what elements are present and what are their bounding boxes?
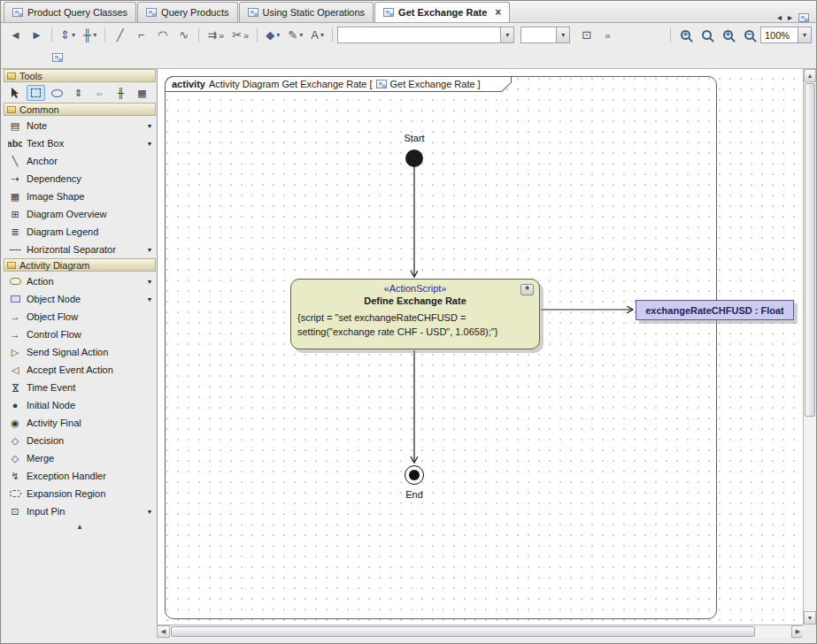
chevron-down-icon: ▾ [299, 31, 303, 39]
align-tool-button[interactable]: ╫▾ [80, 26, 100, 44]
zoom-fit-button[interactable]: + [718, 26, 738, 44]
frame-header[interactable]: activity Activity Diagram Get Exchange R… [165, 76, 512, 92]
action-script-line2: setting("exchange rate CHF - USD", 1.065… [297, 325, 533, 339]
palette-item-diagram-overview[interactable]: ⊞ Diagram Overview [4, 205, 156, 223]
vertical-scrollbar[interactable]: ▲ ▼ [803, 69, 816, 625]
pencil-icon: ✎ [288, 28, 297, 42]
forward-button[interactable]: ► [27, 26, 47, 44]
chevron-down-icon[interactable]: ▾ [148, 278, 153, 286]
palette-item-input-pin[interactable]: ⊡ Input Pin ▾ [4, 502, 156, 520]
palette-item-image-shape[interactable]: ▦ Image Shape [4, 188, 156, 205]
chevron-down-icon[interactable]: ▾ [556, 27, 569, 42]
palette-item-initial-node[interactable]: ● Initial Node [4, 396, 156, 414]
spline-path-button[interactable]: ∿ [173, 26, 194, 44]
zoom-out-button[interactable]: − [739, 26, 759, 44]
cut-tool-button[interactable]: ✂» [228, 26, 252, 44]
chevron-down-icon[interactable]: ▾ [148, 246, 153, 254]
tab-using-static-operations[interactable]: Using Static Operations [239, 2, 374, 22]
object-flow-icon: → [8, 311, 22, 322]
palette-item-action[interactable]: Action ▾ [4, 272, 156, 290]
diagram-overview-icon: ⊞ [8, 209, 22, 220]
activity-diagram-icon [383, 8, 394, 17]
activity-final-node[interactable] [405, 465, 424, 485]
back-button[interactable]: ◄ [5, 26, 26, 44]
close-tab-icon[interactable]: × [495, 7, 501, 18]
palette-item-horizontal-separator[interactable]: ╌╌ Horizontal Separator ▾ [4, 241, 156, 258]
chevron-down-icon[interactable]: ▾ [148, 140, 153, 148]
zoom-level-combobox[interactable]: 100% ▾ [760, 27, 812, 43]
palette-item-time-event[interactable]: ⋈ Time Event [4, 379, 156, 396]
align-horizontal-button[interactable]: ⇔ [90, 85, 109, 101]
vertical-scrollbar-thumb[interactable] [805, 83, 815, 417]
palette-item-object-node[interactable]: Object Node ▾ [4, 290, 156, 308]
swimlane-grid-button[interactable]: ▦ [133, 85, 151, 101]
chevron-down-icon[interactable]: ▾ [500, 27, 513, 42]
chevron-down-icon[interactable]: ▾ [148, 295, 153, 303]
fill-color-button[interactable]: ◆▾ [262, 26, 283, 44]
palette-item-exception-handler[interactable]: ↯ Exception Handler [4, 467, 156, 485]
distribute-button[interactable]: ╫ [112, 85, 130, 101]
next-tab-icon[interactable]: ▸ [788, 12, 792, 22]
palette-item-anchor[interactable]: ╲ Anchor [4, 152, 156, 170]
layout-tool-button[interactable]: ⇕▾ [57, 26, 79, 44]
oval-icon [51, 89, 63, 97]
tab-product-query-classes[interactable]: Product Query Classes [4, 2, 136, 22]
palette-item-expansion-region[interactable]: Expansion Region [4, 485, 156, 502]
action-define-exchange-rate[interactable]: «ActionScript» Define Exchange Rate {scr… [290, 279, 540, 349]
initial-node[interactable] [405, 150, 423, 167]
diagram-overview-button[interactable] [47, 48, 67, 66]
input-pin-icon: ⊡ [8, 506, 22, 518]
oblique-path-button[interactable]: ╱ [110, 26, 130, 44]
palette-item-merge[interactable]: ◇ Merge [4, 449, 156, 467]
palette-item-diagram-legend[interactable]: ≣ Diagram Legend [4, 223, 156, 241]
tab-query-products[interactable]: Query Products [137, 2, 237, 22]
diagram-canvas[interactable]: activity Activity Diagram Get Exchange R… [157, 69, 805, 625]
palette-item-accept-event-action[interactable]: ◁ Accept Event Action [4, 361, 156, 379]
select-rect-tool-button[interactable] [27, 85, 45, 101]
align-vertical-button[interactable]: ⇕ [69, 85, 88, 101]
palette-item-note[interactable]: ▤ Note ▾ [4, 117, 156, 134]
rectilinear-path-button[interactable]: ⌐ [131, 26, 151, 44]
pen-color-button[interactable]: ✎▾ [284, 26, 306, 44]
previous-tab-icon[interactable]: ◂ [777, 12, 782, 22]
chevron-down-icon[interactable]: ▾ [148, 508, 153, 516]
scroll-down-icon[interactable]: ▼ [804, 611, 816, 625]
move-tool-button[interactable]: ⇉» [204, 26, 227, 44]
image-shape-button[interactable]: ⊡ [576, 26, 597, 44]
font-family-combobox[interactable]: ▾ [337, 27, 514, 43]
scroll-up-icon[interactable]: ▲ [804, 69, 816, 82]
zoom-in-button[interactable]: + [675, 26, 696, 44]
palette-item-text-box[interactable]: abc Text Box ▾ [4, 134, 156, 152]
palette-item-decision[interactable]: ◇ Decision [4, 432, 156, 449]
palette-item-dependency[interactable]: ⇢ Dependency [4, 170, 156, 188]
palette-section-common[interactable]: Common [4, 103, 156, 116]
horizontal-scrollbar-thumb[interactable] [171, 626, 755, 637]
font-color-button[interactable]: A▾ [307, 26, 328, 44]
scissors-icon: ✂ [232, 28, 242, 42]
note-icon: ▤ [8, 120, 22, 132]
tab-get-exchange-rate[interactable]: Get Exchange Rate × [374, 2, 510, 22]
palette-section-tools[interactable]: Tools [4, 69, 156, 82]
toolbar-overflow-button[interactable]: » [597, 26, 618, 44]
curved-path-button[interactable]: ◠ [152, 26, 173, 44]
palette-scroll-up-button[interactable]: ▲ [4, 520, 156, 533]
chevron-down-icon[interactable]: ▾ [148, 122, 153, 130]
pointer-tool-button[interactable] [5, 85, 24, 101]
chevron-down-icon[interactable]: ▾ [798, 27, 811, 42]
connector-tool-button[interactable] [48, 85, 66, 101]
zoom-reset-button[interactable] [697, 26, 717, 44]
folder-icon [7, 106, 16, 113]
palette-item-activity-final[interactable]: ◉ Activity Final [4, 414, 156, 432]
palette-item-object-flow[interactable]: → Object Flow [4, 308, 156, 326]
horizontal-scrollbar[interactable]: ◀ ▶ [157, 625, 805, 638]
chevron-down-icon: ▾ [276, 31, 280, 39]
script-icon[interactable]: * [520, 284, 534, 295]
palette-item-send-signal-action[interactable]: ▷ Send Signal Action [4, 343, 156, 361]
palette-section-activity-diagram[interactable]: Activity Diagram [4, 258, 156, 272]
scroll-left-icon[interactable]: ◀ [157, 625, 170, 638]
object-node-exchange-rate[interactable]: exchangeRateCHFUSD : Float [636, 300, 794, 320]
toolbar-separator [332, 27, 333, 42]
tab-list-icon[interactable] [798, 13, 809, 22]
palette-item-control-flow[interactable]: → Control Flow [4, 326, 156, 343]
font-size-combobox[interactable]: ▾ [520, 27, 570, 43]
